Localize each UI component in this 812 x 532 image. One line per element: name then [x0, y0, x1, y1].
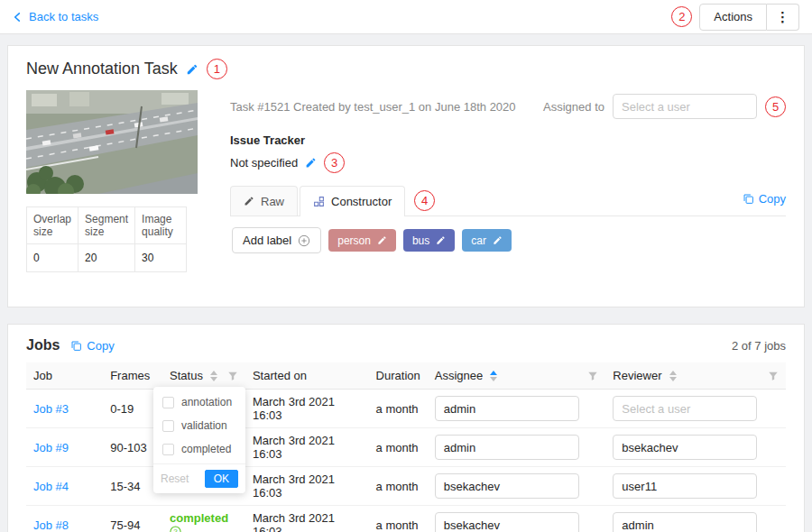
- column-header-duration: Duration: [369, 362, 428, 390]
- copy-icon: [743, 193, 754, 205]
- edit-label-icon[interactable]: [377, 235, 387, 245]
- assignee-input[interactable]: [435, 512, 579, 532]
- checkbox-icon: [162, 397, 174, 408]
- assignee-filter-icon[interactable]: [587, 371, 598, 381]
- duration-cell: a month: [369, 506, 428, 532]
- reviewer-input[interactable]: [613, 512, 757, 532]
- param-value-overlap: 0: [27, 244, 78, 272]
- param-header-quality: Image quality: [135, 207, 187, 244]
- started-cell: March 3rd 2021 16:03: [245, 506, 369, 532]
- reviewer-input[interactable]: [613, 396, 757, 421]
- pencil-icon: [244, 196, 254, 206]
- filter-option-label: completed: [181, 443, 231, 455]
- more-menu-button[interactable]: ⋮: [767, 4, 799, 31]
- label-chip-car[interactable]: car: [462, 229, 512, 252]
- jobs-card: Jobs Copy 2 of 7 jobs Job Frames Status: [7, 324, 805, 532]
- jobs-table: Job Frames Status Started on Duration As…: [26, 362, 786, 532]
- filter-option-validation[interactable]: validation: [153, 414, 245, 437]
- column-header-assignee[interactable]: Assignee: [428, 362, 606, 390]
- status-filter-icon[interactable]: [227, 371, 238, 381]
- labels-editor-tabs: Raw Constructor 4 Copy: [230, 186, 786, 216]
- label-chip-person[interactable]: person: [328, 229, 396, 252]
- task-assignee-input[interactable]: [613, 94, 757, 119]
- column-header-job: Job: [26, 362, 103, 390]
- sort-icons: [210, 371, 217, 381]
- question-circle-icon: ?: [170, 526, 181, 532]
- more-icon: ⋮: [776, 9, 789, 25]
- issue-tracker-value: Not specified: [230, 156, 298, 170]
- back-to-tasks-link[interactable]: Back to tasks: [13, 10, 98, 23]
- task-title: New Annotation Task: [26, 60, 178, 78]
- duration-cell: a month: [369, 390, 428, 428]
- filter-option-annotation[interactable]: annotation: [153, 390, 245, 414]
- annotation-circle-2: 2: [671, 6, 692, 27]
- block-icon: [313, 196, 325, 207]
- checkbox-icon: [162, 420, 174, 432]
- column-header-status[interactable]: Status: [162, 362, 245, 390]
- tab-constructor-label: Constructor: [331, 195, 392, 208]
- annotation-circle-3: 3: [324, 152, 345, 173]
- task-preview-image: [26, 90, 198, 194]
- add-label-button[interactable]: Add label: [232, 227, 321, 253]
- filter-option-completed[interactable]: completed: [153, 437, 245, 461]
- edit-issue-tracker-icon[interactable]: [305, 157, 317, 169]
- edit-title-icon[interactable]: [186, 63, 198, 76]
- assigned-to-label: Assigned to: [543, 100, 604, 114]
- reviewer-filter-icon[interactable]: [768, 371, 779, 381]
- duration-cell: a month: [369, 467, 428, 506]
- column-header-frames: Frames: [103, 362, 162, 390]
- topbar: Back to tasks 2 Actions ⋮: [0, 0, 812, 34]
- label-chip-person-text: person: [337, 234, 371, 247]
- started-cell: March 3rd 2021 16:03: [245, 467, 369, 506]
- task-details-card: New Annotation Task 1: [7, 45, 805, 307]
- actions-button-group: Actions ⋮: [699, 4, 799, 31]
- frames-cell: 75-94: [103, 506, 162, 532]
- assignee-input[interactable]: [435, 396, 579, 421]
- assignee-input[interactable]: [435, 435, 579, 460]
- tab-raw-label: Raw: [261, 195, 284, 208]
- column-header-reviewer[interactable]: Reviewer: [605, 362, 786, 390]
- tab-constructor[interactable]: Constructor: [300, 186, 405, 216]
- copy-jobs-link[interactable]: Copy: [70, 339, 114, 353]
- copy-labels-link[interactable]: Copy: [743, 192, 786, 209]
- copy-jobs-label: Copy: [87, 339, 114, 353]
- table-row: Job #3 0-19 March 3rd 2021 16:03 a month: [26, 390, 786, 428]
- label-chip-bus-text: bus: [412, 234, 429, 247]
- jobs-title: Jobs: [26, 337, 60, 353]
- sort-icons-active: [490, 371, 497, 381]
- job-link[interactable]: Job #9: [33, 441, 69, 454]
- job-link[interactable]: Job #8: [33, 518, 69, 532]
- task-meta-text: Task #1521 Created by test_user_1 on Jun…: [230, 100, 516, 114]
- tab-raw[interactable]: Raw: [230, 186, 298, 216]
- filter-option-label: validation: [181, 419, 227, 432]
- reviewer-input[interactable]: [613, 473, 757, 499]
- status-filter-dropdown: annotation validation completed Reset OK: [153, 387, 245, 493]
- table-row: Job #9 90-103 March 3rd 2021 16:03 a mon…: [26, 428, 786, 467]
- issue-tracker-label: Issue Tracker: [230, 133, 786, 147]
- reviewer-input[interactable]: [613, 435, 757, 460]
- annotation-circle-5: 5: [765, 96, 786, 117]
- back-link-label: Back to tasks: [29, 10, 98, 23]
- filter-reset-button[interactable]: Reset: [161, 472, 189, 485]
- label-chip-bus[interactable]: bus: [403, 229, 455, 252]
- filter-ok-button[interactable]: OK: [205, 470, 238, 488]
- duration-cell: a month: [369, 428, 428, 467]
- param-value-quality: 30: [135, 244, 187, 272]
- started-cell: March 3rd 2021 16:03: [245, 390, 369, 428]
- edit-label-icon[interactable]: [436, 235, 446, 245]
- chevron-left-icon: [13, 12, 23, 23]
- copy-labels-label: Copy: [759, 192, 786, 206]
- status-text: completed: [170, 511, 228, 525]
- job-link[interactable]: Job #4: [33, 480, 69, 493]
- copy-icon: [70, 340, 82, 352]
- edit-label-icon[interactable]: [493, 235, 503, 245]
- assignee-input[interactable]: [435, 473, 579, 499]
- checkbox-icon: [162, 444, 174, 455]
- actions-button[interactable]: Actions: [699, 4, 767, 31]
- job-link[interactable]: Job #3: [33, 402, 69, 416]
- annotation-circle-1: 1: [207, 59, 227, 79]
- filter-option-label: annotation: [181, 396, 232, 408]
- annotation-circle-4: 4: [414, 190, 435, 211]
- param-header-segment: Segment size: [78, 207, 135, 244]
- add-label-label: Add label: [243, 234, 291, 247]
